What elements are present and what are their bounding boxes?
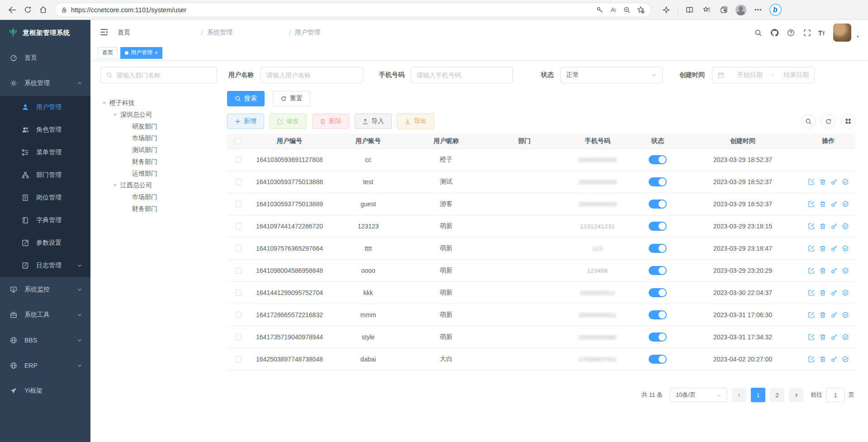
- tree-expand-icon[interactable]: [103, 102, 106, 105]
- row-reset-password-icon[interactable]: [831, 245, 837, 252]
- github-icon[interactable]: [769, 27, 780, 38]
- sidebar-item-system[interactable]: 系统管理: [0, 71, 90, 96]
- row-checkbox[interactable]: [235, 245, 242, 252]
- app-logo[interactable]: 意框架管理系统: [0, 20, 90, 45]
- row-checkbox[interactable]: [235, 157, 242, 163]
- next-page-button[interactable]: [789, 388, 803, 402]
- row-edit-icon[interactable]: [808, 201, 815, 207]
- column-settings-button[interactable]: [841, 114, 855, 128]
- status-toggle[interactable]: [649, 177, 667, 186]
- sidebar-item-home[interactable]: 首页: [0, 45, 90, 71]
- status-toggle[interactable]: [649, 200, 667, 209]
- sidebar-item-tools[interactable]: 系统工具: [0, 302, 90, 328]
- zoom-out-icon[interactable]: [620, 3, 634, 17]
- help-icon[interactable]: [786, 27, 797, 38]
- row-delete-icon[interactable]: [820, 312, 826, 318]
- row-edit-icon[interactable]: [808, 223, 815, 229]
- copilot-icon[interactable]: b: [768, 2, 783, 18]
- settings-more-icon[interactable]: ⋯: [750, 2, 766, 18]
- breadcrumb-home[interactable]: 首页: [118, 29, 197, 37]
- row-edit-icon[interactable]: [808, 179, 815, 185]
- row-delete-icon[interactable]: [820, 267, 826, 274]
- row-delete-icon[interactable]: [820, 201, 826, 207]
- status-select[interactable]: 正常: [560, 67, 663, 83]
- collections-icon[interactable]: [716, 2, 731, 18]
- password-key-icon[interactable]: [593, 3, 607, 17]
- status-toggle[interactable]: [649, 310, 667, 319]
- dept-search-input[interactable]: [116, 71, 211, 79]
- row-edit-icon[interactable]: [808, 267, 815, 274]
- reset-button[interactable]: 重置: [273, 91, 310, 106]
- add-button[interactable]: 新增: [227, 114, 264, 129]
- table-search-toggle-button[interactable]: [801, 114, 816, 128]
- row-edit-icon[interactable]: [808, 290, 815, 296]
- sidebar-item-bbs[interactable]: BBS: [0, 328, 90, 353]
- tree-node[interactable]: 财务部门: [100, 203, 227, 215]
- table-refresh-button[interactable]: [821, 114, 835, 128]
- date-range-picker[interactable]: 开始日期 - 结束日期: [712, 67, 815, 83]
- username-input[interactable]: [266, 71, 357, 79]
- user-avatar[interactable]: [833, 24, 851, 42]
- row-delete-icon[interactable]: [820, 356, 826, 362]
- sidebar-item-post-mgmt[interactable]: 岗位管理: [0, 186, 90, 209]
- row-delete-icon[interactable]: [820, 334, 826, 340]
- import-button[interactable]: 导入: [355, 114, 392, 129]
- row-reset-password-icon[interactable]: [831, 223, 837, 229]
- tree-expand-icon[interactable]: [114, 114, 117, 116]
- url-text[interactable]: https://ccnetcore.com:1101/system/user: [71, 6, 593, 14]
- font-size-icon[interactable]: TT: [818, 29, 825, 37]
- fullscreen-icon[interactable]: [802, 27, 813, 38]
- sidebar-item-dept-mgmt[interactable]: 部门管理: [0, 164, 90, 186]
- row-checkbox[interactable]: [235, 179, 242, 185]
- row-edit-icon[interactable]: [808, 334, 815, 340]
- row-delete-icon[interactable]: [820, 245, 826, 252]
- sidebar-item-user-mgmt[interactable]: 用户管理: [0, 96, 90, 119]
- row-edit-icon[interactable]: [808, 356, 815, 362]
- status-toggle[interactable]: [649, 155, 667, 164]
- tree-node[interactable]: 江西总公司: [100, 180, 227, 191]
- row-edit-icon[interactable]: [808, 245, 815, 252]
- row-assign-role-icon[interactable]: [842, 290, 849, 296]
- edit-button[interactable]: 修改: [270, 114, 307, 129]
- status-toggle[interactable]: [649, 355, 667, 364]
- delete-button[interactable]: 删除: [312, 114, 349, 129]
- page-2-button[interactable]: 2: [770, 388, 784, 402]
- sidebar-item-monitor[interactable]: 系统监控: [0, 277, 90, 302]
- row-assign-role-icon[interactable]: [842, 334, 849, 340]
- browser-essentials-icon[interactable]: [659, 2, 674, 18]
- refresh-icon[interactable]: [20, 2, 35, 18]
- tag-close-icon[interactable]: ×: [155, 50, 158, 56]
- row-reset-password-icon[interactable]: [831, 201, 837, 207]
- row-delete-icon[interactable]: [820, 290, 826, 296]
- split-screen-icon[interactable]: [682, 2, 697, 18]
- row-reset-password-icon[interactable]: [831, 356, 837, 362]
- sidebar-item-erp[interactable]: ERP: [0, 353, 90, 378]
- row-assign-role-icon[interactable]: [842, 267, 849, 274]
- page-1-button[interactable]: 1: [751, 388, 765, 402]
- row-reset-password-icon[interactable]: [831, 290, 837, 296]
- row-reset-password-icon[interactable]: [831, 267, 837, 274]
- tree-node[interactable]: 测试部门: [100, 144, 227, 156]
- read-aloud-icon[interactable]: A): [607, 3, 620, 17]
- prev-page-button[interactable]: [732, 388, 746, 402]
- row-assign-role-icon[interactable]: [842, 223, 849, 229]
- collapse-menu-icon[interactable]: [100, 28, 109, 38]
- tree-node[interactable]: 橙子科技: [100, 97, 227, 109]
- search-icon[interactable]: [753, 27, 764, 38]
- row-assign-role-icon[interactable]: [842, 312, 849, 318]
- status-toggle[interactable]: [649, 333, 667, 342]
- tree-node[interactable]: 研发部门: [100, 121, 227, 133]
- sidebar-item-param-settings[interactable]: 参数设置: [0, 232, 90, 254]
- status-toggle[interactable]: [649, 266, 667, 275]
- row-assign-role-icon[interactable]: [842, 356, 849, 362]
- row-checkbox[interactable]: [235, 356, 242, 362]
- row-checkbox[interactable]: [235, 201, 242, 207]
- row-checkbox[interactable]: [235, 290, 242, 296]
- row-assign-role-icon[interactable]: [842, 245, 849, 252]
- row-assign-role-icon[interactable]: [842, 179, 849, 185]
- goto-page-input[interactable]: [826, 388, 845, 402]
- sidebar-item-log-mgmt[interactable]: 日志管理: [0, 254, 90, 277]
- sidebar-item-yi-framework[interactable]: Yi框架: [0, 378, 90, 404]
- tree-node[interactable]: 运维部门: [100, 168, 227, 180]
- tree-expand-icon[interactable]: [114, 185, 117, 187]
